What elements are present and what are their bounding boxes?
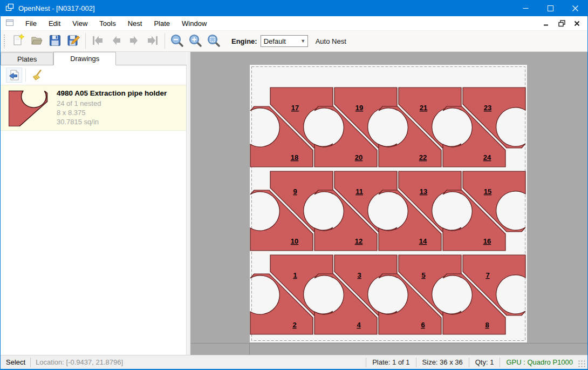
part-number: 13 — [420, 187, 427, 196]
part-number: 1 — [293, 271, 297, 279]
part-number: 6 — [421, 321, 425, 329]
menu-item-window[interactable]: Window — [176, 17, 213, 30]
part-number: 3 — [357, 271, 361, 279]
go-previous-button[interactable] — [107, 32, 125, 50]
chevron-down-icon: ▼ — [299, 38, 307, 44]
resize-grip-icon[interactable] — [578, 360, 586, 368]
engine-select[interactable]: Default ▼ — [261, 35, 308, 47]
menu-item-nest[interactable]: Nest — [122, 17, 148, 30]
close-icon[interactable] — [563, 0, 587, 16]
drawing-size: 8 x 8.375 — [57, 108, 183, 117]
tab-plates[interactable]: Plates — [1, 52, 53, 65]
mdi-controls — [541, 18, 587, 28]
auto-nest-button[interactable]: Auto Nest — [316, 37, 346, 45]
drawing-list-item[interactable]: 4980 A05 Extraction pipe holder 24 of 1 … — [1, 85, 186, 131]
go-last-icon — [146, 33, 160, 49]
save-edit-button[interactable] — [64, 32, 83, 50]
part-number: 9 — [293, 187, 297, 196]
menu-items: FileEditViewToolsNestPlateWindow — [19, 17, 213, 30]
menu-bar: FileEditViewToolsNestPlateWindow — [1, 16, 587, 31]
tab-drawings[interactable]: Drawings — [53, 52, 116, 65]
part-number: 11 — [355, 187, 363, 196]
drawing-title: 4980 A05 Extraction pipe holder — [57, 89, 183, 97]
main-area: PlatesDrawings — [1, 52, 587, 355]
go-last-button[interactable] — [143, 32, 162, 50]
new-document-icon — [11, 33, 25, 49]
part-number: 8 — [485, 321, 489, 329]
save-icon — [48, 33, 62, 49]
part-number: 5 — [421, 271, 425, 279]
zoom-in-icon — [188, 33, 202, 49]
go-next-icon — [127, 33, 141, 49]
clean-button[interactable] — [29, 68, 45, 83]
gpu-status: GPU : Quadro P1000 — [505, 358, 574, 366]
statusbar-separator — [469, 358, 469, 367]
mdi-close-icon[interactable] — [571, 18, 582, 28]
part-number: 14 — [419, 237, 427, 245]
zoom-fit-icon — [207, 33, 221, 49]
title-bar[interactable]: OpenNest - [N0317-002] — [1, 0, 587, 16]
part-number: 20 — [355, 153, 363, 162]
clean-broom-icon — [31, 69, 44, 82]
mode-status: Select — [6, 358, 25, 366]
left-panel: PlatesDrawings — [1, 52, 187, 355]
part-number: 23 — [484, 104, 491, 112]
minimize-icon[interactable] — [513, 0, 538, 16]
menu-item-plate[interactable]: Plate — [148, 17, 176, 30]
drawings-toolbar — [1, 65, 186, 84]
import-drawing-icon — [8, 69, 20, 82]
part-number: 7 — [486, 271, 489, 279]
maximize-icon[interactable] — [538, 0, 563, 16]
toolbar-separator — [165, 33, 165, 49]
mdi-minimize-icon[interactable] — [541, 18, 552, 28]
status-bar: Select Location: [-0.9437, 21.8796] Plat… — [1, 355, 587, 369]
statusbar-separator — [366, 358, 366, 367]
mdi-restore-icon[interactable] — [556, 18, 567, 28]
app-icon — [5, 3, 14, 14]
part-number: 17 — [291, 104, 299, 112]
part-number: 10 — [291, 237, 298, 245]
open-file-button[interactable] — [28, 32, 46, 50]
toolbar-separator — [85, 33, 86, 49]
part-number: 24 — [483, 153, 491, 162]
drawing-nested-count: 24 of 1 nested — [57, 99, 183, 108]
statusbar-separator — [416, 358, 416, 367]
go-first-icon — [91, 33, 105, 49]
go-first-button[interactable] — [88, 32, 107, 50]
new-document-button[interactable] — [9, 32, 28, 50]
engine-label: Engine: — [231, 37, 257, 45]
save-button[interactable] — [46, 32, 64, 50]
document-window-icon[interactable] — [5, 18, 14, 29]
part-number: 16 — [483, 237, 491, 245]
canvas-divider-v — [249, 343, 250, 355]
part-number: 2 — [292, 321, 296, 329]
drawing-area: 30.7815 sq/in — [57, 117, 183, 126]
statusbar-separator — [500, 358, 500, 367]
opennest-window: { "window": { "title": "OpenNest - [N031… — [0, 0, 588, 370]
part-number: 19 — [355, 104, 363, 112]
plate[interactable]: 171819202122232491011121314151612345678 — [250, 65, 527, 342]
menu-item-file[interactable]: File — [19, 17, 43, 30]
open-file-icon — [30, 33, 44, 49]
zoom-fit-button[interactable] — [204, 32, 223, 50]
plate-status: Plate: 1 of 1 — [371, 358, 411, 366]
zoom-in-button[interactable] — [186, 32, 204, 50]
save-edit-icon — [66, 33, 80, 49]
go-next-button[interactable] — [125, 32, 143, 50]
qty-status: Qty: 1 — [474, 358, 495, 366]
part-thumbnail — [9, 90, 49, 126]
go-previous-icon — [109, 33, 123, 49]
menu-item-view[interactable]: View — [66, 17, 93, 30]
size-status: Size: 36 x 36 — [421, 358, 464, 366]
part-number: 18 — [291, 153, 298, 162]
menu-item-edit[interactable]: Edit — [43, 17, 66, 30]
menu-item-tools[interactable]: Tools — [93, 17, 121, 30]
import-drawing-button[interactable] — [6, 68, 22, 83]
zoom-out-icon — [170, 33, 184, 49]
main-toolbar: Engine: Default ▼ Auto Nest — [1, 31, 587, 52]
part-number: 15 — [484, 187, 491, 196]
nesting-canvas[interactable]: 171819202122232491011121314151612345678 — [190, 52, 588, 355]
toolbar-grip[interactable] — [3, 34, 6, 48]
zoom-out-button[interactable] — [168, 32, 186, 50]
engine-value: Default — [261, 37, 299, 45]
